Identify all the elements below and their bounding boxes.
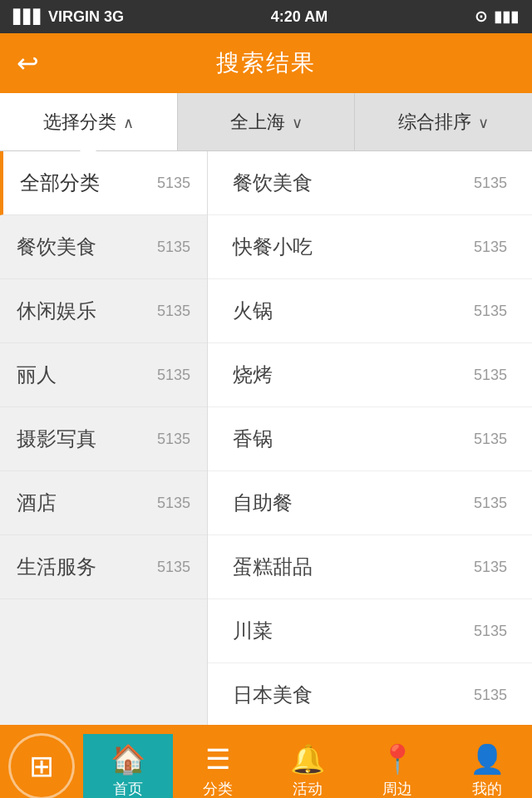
tab-分类[interactable]: ☰分类	[173, 734, 263, 798]
list-item-count: 5135	[474, 623, 507, 640]
sidebar-item-2[interactable]: 休闲娱乐5135	[0, 279, 207, 343]
list-item-count: 5135	[474, 431, 507, 448]
back-arrow-icon: ↩	[17, 48, 39, 78]
category-sidebar: 全部分类5135餐饮美食5135休闲娱乐5135丽人5135摄影写真5135酒店…	[0, 151, 208, 725]
sidebar-item-1[interactable]: 餐饮美食5135	[0, 215, 207, 279]
list-item-count: 5135	[474, 367, 507, 384]
time-label: 4:20 AM	[271, 8, 328, 26]
category-arrow-up-icon	[123, 111, 134, 133]
filter-category-btn[interactable]: 选择分类	[0, 93, 178, 150]
tab-周边[interactable]: 📍周边	[352, 734, 442, 798]
location-arrow-down-icon	[292, 111, 303, 133]
tab-首页[interactable]: 🏠首页	[83, 734, 173, 798]
list-item-6[interactable]: 蛋糕甜品5135	[208, 535, 532, 599]
page-title: 搜索结果	[216, 47, 316, 79]
sidebar-item-4[interactable]: 摄影写真5135	[0, 407, 207, 471]
content-area: 全部分类5135餐饮美食5135休闲娱乐5135丽人5135摄影写真5135酒店…	[0, 151, 532, 725]
list-item-count: 5135	[474, 175, 507, 192]
sidebar-item-count: 5135	[157, 367, 190, 384]
list-item-label: 川菜	[233, 618, 273, 644]
sidebar-item-label: 餐饮美食	[17, 234, 96, 260]
clock-icon: ⊙	[475, 7, 487, 26]
status-left: ▋▋▋ VIRGIN 3G	[13, 8, 124, 26]
list-item-2[interactable]: 火锅5135	[208, 279, 532, 343]
list-item-count: 5135	[474, 239, 507, 256]
list-item-label: 火锅	[233, 298, 273, 324]
sidebar-item-label: 酒店	[17, 490, 57, 516]
tab-icon-1: ☰	[205, 742, 230, 776]
header: ↩ 搜索结果	[0, 33, 532, 93]
sidebar-item-5[interactable]: 酒店5135	[0, 471, 207, 535]
sidebar-item-count: 5135	[157, 175, 190, 192]
filter-sort-label: 综合排序	[398, 110, 471, 135]
list-item-0[interactable]: 餐饮美食5135	[208, 151, 532, 215]
filter-location-label: 全上海	[230, 110, 285, 135]
list-item-label: 日本美食	[233, 682, 313, 708]
battery-icon: ▮▮▮	[494, 7, 519, 26]
sidebar-item-label: 生活服务	[17, 554, 96, 580]
sidebar-item-label: 摄影写真	[17, 426, 96, 452]
sidebar-item-label: 全部分类	[20, 170, 100, 196]
list-item-count: 5135	[474, 559, 507, 576]
tab-icon-3: 📍	[380, 742, 415, 776]
list-item-4[interactable]: 香锅5135	[208, 407, 532, 471]
sidebar-item-3[interactable]: 丽人5135	[0, 343, 207, 407]
sidebar-item-6[interactable]: 生活服务5135	[0, 535, 207, 599]
tab-label-1: 分类	[203, 779, 233, 798]
tab-label-4: 我的	[472, 779, 502, 798]
status-bar: ▋▋▋ VIRGIN 3G 4:20 AM ⊙ ▮▮▮	[0, 0, 532, 33]
list-item-label: 餐饮美食	[233, 170, 313, 196]
subcategory-list: 餐饮美食5135快餐小吃5135火锅5135烧烤5135香锅5135自助餐513…	[208, 151, 532, 725]
filter-category-label: 选择分类	[43, 110, 116, 135]
list-item-8[interactable]: 日本美食5135	[208, 663, 532, 725]
filter-location-btn[interactable]: 全上海	[178, 93, 356, 150]
list-item-label: 快餐小吃	[233, 234, 313, 260]
list-item-label: 香锅	[233, 426, 273, 452]
tab-icon-4: 👤	[470, 742, 505, 776]
sidebar-item-label: 丽人	[17, 362, 57, 388]
list-item-1[interactable]: 快餐小吃5135	[208, 215, 532, 279]
qr-button[interactable]: ⊞	[8, 733, 75, 798]
sidebar-item-count: 5135	[157, 495, 190, 512]
list-item-label: 自助餐	[233, 490, 293, 516]
list-item-label: 蛋糕甜品	[233, 554, 313, 580]
list-item-7[interactable]: 川菜5135	[208, 599, 532, 663]
filter-bar: 选择分类 全上海 综合排序	[0, 93, 532, 151]
list-item-count: 5135	[474, 303, 507, 320]
back-button[interactable]: ↩	[17, 47, 39, 79]
sidebar-item-0[interactable]: 全部分类5135	[0, 151, 207, 215]
status-right: ⊙ ▮▮▮	[475, 7, 519, 26]
sidebar-item-count: 5135	[157, 559, 190, 576]
tab-bar: ⊞ 🏠首页☰分类🔔活动📍周边👤我的	[0, 725, 532, 798]
tab-icon-2: 🔔	[290, 742, 325, 776]
sidebar-item-count: 5135	[157, 431, 190, 448]
sort-arrow-down-icon	[478, 111, 489, 133]
list-item-label: 烧烤	[233, 362, 273, 388]
list-item-count: 5135	[474, 495, 507, 512]
tab-label-0: 首页	[113, 779, 143, 798]
list-item-3[interactable]: 烧烤5135	[208, 343, 532, 407]
sidebar-item-count: 5135	[157, 239, 190, 256]
carrier-label: VIRGIN 3G	[48, 8, 124, 26]
qr-icon: ⊞	[29, 749, 54, 784]
tab-icon-0: 🏠	[111, 742, 145, 776]
list-item-count: 5135	[474, 687, 507, 704]
list-item-5[interactable]: 自助餐5135	[208, 471, 532, 535]
sidebar-item-count: 5135	[157, 303, 190, 320]
tab-label-2: 活动	[293, 779, 323, 798]
sidebar-item-label: 休闲娱乐	[17, 298, 96, 324]
tabs-container: 🏠首页☰分类🔔活动📍周边👤我的	[83, 734, 532, 798]
tab-活动[interactable]: 🔔活动	[263, 734, 352, 798]
signal-icon: ▋▋▋	[13, 9, 43, 25]
filter-sort-btn[interactable]: 综合排序	[355, 93, 532, 150]
tab-我的[interactable]: 👤我的	[442, 734, 532, 798]
tab-label-3: 周边	[382, 779, 412, 798]
